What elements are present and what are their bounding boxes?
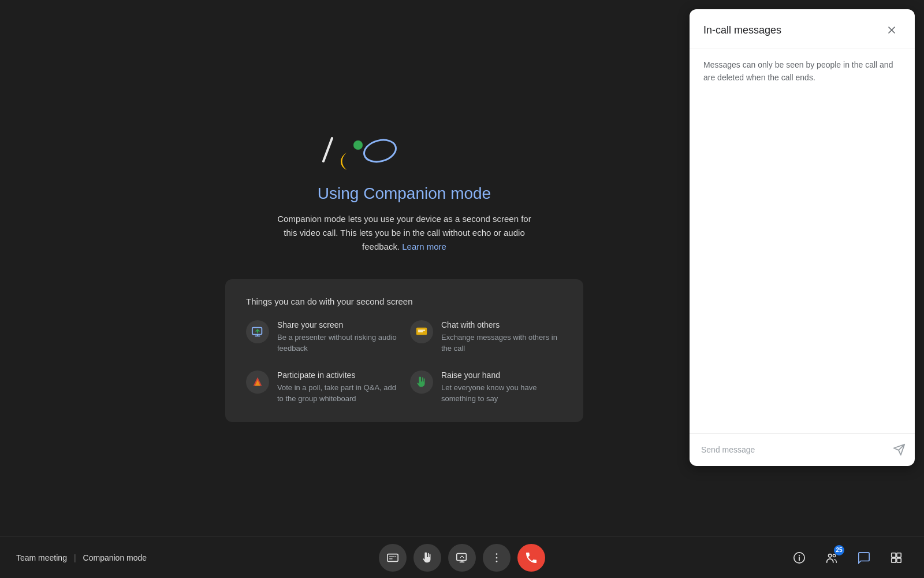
svg-point-23: [799, 555, 800, 556]
send-icon: [893, 443, 906, 456]
meeting-mode: Companion mode: [83, 553, 147, 562]
end-call-button[interactable]: [517, 544, 545, 572]
panel-info: Messages can only be seen by people in t…: [690, 49, 915, 94]
feature-participate-name: Participate in activites: [277, 370, 398, 380]
captions-button[interactable]: [379, 544, 407, 572]
svg-point-20: [496, 561, 498, 562]
companion-description: Companion mode lets you use your device …: [277, 212, 531, 254]
learn-more-link[interactable]: Learn more: [402, 242, 446, 251]
svg-line-0: [323, 138, 332, 161]
close-icon: [886, 24, 897, 36]
feature-chat-name: Chat with others: [441, 320, 562, 329]
close-panel-button[interactable]: [882, 21, 901, 39]
chat-icon: [415, 325, 428, 338]
feature-participate-text: Participate in activites Vote in a poll,…: [277, 370, 398, 405]
svg-rect-27: [897, 553, 901, 557]
send-message-button[interactable]: [893, 443, 906, 456]
feature-chat-desc: Exchange messages with others in the cal…: [441, 332, 562, 354]
captions-icon: [386, 551, 399, 564]
svg-rect-29: [897, 558, 901, 562]
more-options-icon: [490, 551, 503, 564]
controls-center: [379, 544, 545, 572]
chat-ctrl-icon: [858, 551, 870, 564]
svg-point-19: [496, 557, 498, 558]
panel-title: In-call messages: [703, 24, 781, 36]
features-card: Things you can do with your second scree…: [225, 279, 583, 422]
main-area: Using Companion mode Companion mode lets…: [0, 0, 924, 536]
panel-messages-area: [690, 94, 915, 433]
info-icon: [793, 551, 806, 564]
activities-button[interactable]: [885, 546, 908, 569]
controls-right: 25: [788, 546, 908, 569]
raise-hand-icon-circle: [410, 370, 433, 394]
raise-hand-ctrl-icon: [421, 551, 434, 564]
bottom-bar: Team meeting | Companion mode: [0, 536, 924, 578]
svg-rect-6: [416, 327, 427, 335]
feature-raise-hand-name: Raise your hand: [441, 370, 562, 380]
present-icon: [456, 551, 468, 564]
feature-share-screen-desc: Be a presenter without risking audio fee…: [277, 332, 398, 354]
svg-rect-28: [892, 558, 896, 562]
share-screen-icon-circle: [246, 320, 269, 343]
feature-chat-text: Chat with others Exchange messages with …: [441, 320, 562, 354]
more-options-button[interactable]: [483, 544, 511, 572]
participants-badge: 25: [834, 545, 844, 555]
decorative-shapes: [225, 115, 583, 184]
meeting-info: Team meeting | Companion mode: [16, 553, 147, 562]
svg-rect-26: [892, 553, 896, 557]
features-grid: Share your screen Be a presenter without…: [246, 320, 562, 405]
feature-participate: Participate in activites Vote in a poll,…: [246, 370, 398, 405]
svg-point-2: [362, 136, 398, 165]
svg-rect-13: [388, 554, 398, 561]
feature-raise-hand-text: Raise your hand Let everyone know you ha…: [441, 370, 562, 405]
decorative-area: [225, 115, 583, 184]
people-button[interactable]: 25: [820, 546, 843, 569]
meeting-title: Team meeting: [16, 553, 67, 562]
present-button[interactable]: [448, 544, 476, 572]
feature-raise-hand-desc: Let everyone know you have something to …: [441, 382, 562, 405]
features-section-title: Things you can do with your second scree…: [246, 297, 562, 306]
end-call-icon: [524, 551, 538, 565]
panel-input-area: [690, 433, 915, 466]
raise-hand-button[interactable]: [413, 544, 441, 572]
feature-share-screen-name: Share your screen: [277, 320, 398, 329]
messages-panel: In-call messages Messages can only be se…: [690, 9, 915, 466]
svg-point-18: [496, 553, 498, 555]
chat-button[interactable]: [852, 546, 875, 569]
companion-content: Using Companion mode Companion mode lets…: [225, 115, 583, 422]
share-screen-icon: [251, 325, 264, 338]
activities-icon: [890, 551, 903, 564]
svg-point-1: [353, 140, 363, 150]
chat-icon-circle: [410, 320, 433, 343]
message-input[interactable]: [699, 440, 888, 459]
participate-icon-circle: [246, 370, 269, 394]
svg-point-24: [829, 554, 832, 557]
panel-header: In-call messages: [690, 9, 915, 49]
title-section: Using Companion mode Companion mode lets…: [277, 184, 531, 254]
participate-icon: [251, 376, 264, 388]
feature-chat: Chat with others Exchange messages with …: [410, 320, 562, 354]
svg-point-25: [833, 554, 836, 557]
feature-participate-desc: Vote in a poll, take part in Q&A, add to…: [277, 382, 398, 405]
info-button[interactable]: [788, 546, 811, 569]
meeting-separator: |: [74, 553, 76, 562]
feature-raise-hand: Raise your hand Let everyone know you ha…: [410, 370, 562, 405]
raise-hand-icon: [415, 376, 428, 388]
feature-share-screen-text: Share your screen Be a presenter without…: [277, 320, 398, 354]
feature-share-screen: Share your screen Be a presenter without…: [246, 320, 398, 354]
companion-title: Using Companion mode: [277, 184, 531, 203]
